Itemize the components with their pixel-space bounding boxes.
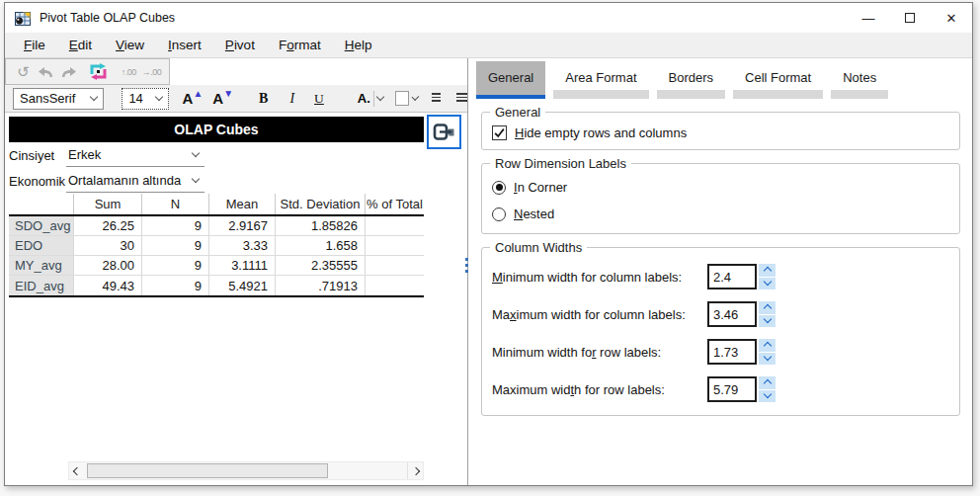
spinner-down-button[interactable]	[759, 315, 776, 328]
spinner-up-button[interactable]	[759, 339, 776, 352]
standard-toolbar: ↺	[5, 58, 467, 85]
undo-icon[interactable]	[35, 61, 57, 83]
underline-button[interactable]: U	[314, 91, 324, 107]
corner-cell[interactable]	[9, 194, 73, 214]
scroll-left-button[interactable]	[69, 462, 85, 479]
table-cell[interactable]: 5.4921	[208, 276, 275, 295]
menu-file[interactable]: File	[14, 35, 55, 55]
checkbox-checked-icon[interactable]	[492, 125, 507, 140]
table-cell[interactable]	[365, 276, 424, 295]
menu-view[interactable]: View	[106, 35, 154, 55]
table-cell[interactable]	[365, 256, 424, 276]
spinner-down-button[interactable]	[759, 278, 776, 290]
table-cell[interactable]: 9	[141, 276, 208, 295]
table-cell[interactable]	[365, 236, 424, 256]
spinner-up-button[interactable]	[759, 301, 776, 314]
justify-icon[interactable]	[456, 93, 467, 104]
layer-select-cinsiyet[interactable]: Erkek	[66, 143, 204, 167]
table-cell[interactable]: 1.658	[275, 236, 365, 256]
row-header[interactable]: SDO_avg	[9, 216, 73, 236]
font-family-select[interactable]: SansSerif	[13, 88, 104, 110]
chevron-down-icon	[90, 92, 98, 100]
min-col-width-spinner[interactable]: 2.4	[707, 264, 776, 289]
decimal-up-icon[interactable]: ↑.00	[118, 61, 140, 83]
tab-area-format[interactable]: Area Format	[553, 61, 648, 99]
table-cell[interactable]: 2.9167	[208, 216, 275, 236]
title-bar[interactable]: Pivot Table OLAP Cubes — ✕	[5, 3, 972, 33]
layer-select-ekonomik[interactable]: Ortalamanın altında	[66, 169, 204, 193]
column-header[interactable]: Sum	[73, 194, 141, 214]
decimal-right-icon[interactable]: →.00	[140, 61, 163, 83]
column-header[interactable]: Mean	[208, 194, 275, 214]
spinner-down-button[interactable]	[759, 390, 776, 403]
tab-notes[interactable]: Notes	[831, 61, 888, 99]
table-cell[interactable]: 2.35555	[275, 256, 365, 276]
table-cell[interactable]: .71913	[275, 276, 365, 295]
nested-radio-row[interactable]: Nested	[492, 207, 949, 221]
menu-help[interactable]: Help	[335, 35, 382, 55]
tab-general[interactable]: General	[476, 61, 545, 99]
column-header[interactable]: Std. Deviation	[275, 194, 365, 214]
scrollbar-thumb[interactable]	[87, 463, 328, 478]
max-col-width-spinner[interactable]: 3.46	[707, 301, 776, 327]
table-cell[interactable]: 28.00	[73, 256, 141, 276]
maximize-button[interactable]	[889, 4, 931, 33]
close-button[interactable]: ✕	[931, 4, 972, 33]
table-cell[interactable]	[365, 216, 424, 236]
fill-color-swatch[interactable]	[395, 91, 409, 106]
radio-label: Nested	[514, 207, 554, 221]
table-cell[interactable]: 49.43	[73, 276, 141, 295]
column-header[interactable]: N	[141, 194, 208, 214]
italic-button[interactable]: I	[289, 91, 294, 107]
menu-pivot[interactable]: Pivot	[215, 35, 265, 55]
spinner-down-button[interactable]	[759, 353, 776, 366]
bold-button[interactable]: B	[259, 91, 268, 107]
spinner-value[interactable]: 1.73	[707, 339, 757, 365]
scroll-right-button[interactable]	[407, 462, 423, 479]
table-cell[interactable]: 3.33	[208, 236, 275, 256]
row-header[interactable]: EDO	[9, 236, 73, 256]
table-cell[interactable]: 9	[141, 256, 208, 276]
table-cell[interactable]: 30	[73, 236, 141, 256]
spinner-up-button[interactable]	[759, 264, 776, 277]
font-size-select[interactable]: 14	[122, 88, 168, 110]
horizontal-scrollbar[interactable]	[68, 461, 424, 480]
in-corner-radio-row[interactable]: In Corner	[492, 180, 949, 195]
radio-unselected-icon[interactable]	[492, 207, 506, 221]
menu-edit[interactable]: Edit	[59, 35, 102, 55]
chevron-down-icon[interactable]	[411, 93, 419, 101]
menu-format[interactable]: Format	[269, 35, 331, 55]
row-header[interactable]: MY_avg	[9, 256, 73, 276]
table-cell[interactable]: 1.85826	[275, 216, 365, 236]
refresh-icon[interactable]: ↺	[12, 61, 35, 83]
min-row-width-row: Minimum width for row labels: 1.73	[492, 339, 949, 365]
shrink-font-button[interactable]: A▼	[212, 90, 233, 107]
grow-font-button[interactable]: A▲	[183, 90, 204, 107]
tab-borders[interactable]: Borders	[657, 61, 726, 99]
min-row-width-spinner[interactable]: 1.73	[707, 339, 776, 365]
menu-insert[interactable]: Insert	[158, 35, 211, 55]
pivot-icon[interactable]	[87, 61, 110, 83]
indent-labels-icon[interactable]	[432, 93, 441, 104]
tab-cell-format[interactable]: Cell Format	[733, 61, 823, 99]
radio-selected-icon[interactable]	[492, 181, 506, 195]
spinner-value[interactable]: 2.4	[707, 264, 757, 289]
font-color-button[interactable]: A.	[358, 91, 383, 107]
table-cell[interactable]: 26.25	[73, 216, 141, 236]
table-cell[interactable]: 9	[141, 236, 208, 256]
pivot-table: OLAP Cubes Cinsiyet Erkek Ekonomik Ortal…	[9, 117, 424, 297]
column-header[interactable]: % of Total	[365, 194, 424, 214]
minimize-button[interactable]: —	[848, 4, 889, 33]
pivot-table-title[interactable]: OLAP Cubes	[9, 117, 424, 142]
max-row-width-spinner[interactable]: 5.79	[707, 376, 776, 402]
spinner-up-button[interactable]	[759, 376, 776, 389]
table-cell[interactable]: 9	[141, 216, 208, 236]
row-header[interactable]: EID_avg	[9, 276, 73, 295]
spinner-value[interactable]: 5.79	[707, 376, 757, 402]
detach-table-button[interactable]	[427, 115, 461, 149]
table-cell[interactable]: 3.1111	[208, 256, 275, 276]
splitter-handle[interactable]	[465, 258, 469, 276]
hide-empty-checkbox-row[interactable]: Hide empty rows and columns	[492, 125, 949, 140]
redo-icon[interactable]	[57, 61, 80, 83]
spinner-value[interactable]: 3.46	[707, 301, 757, 327]
